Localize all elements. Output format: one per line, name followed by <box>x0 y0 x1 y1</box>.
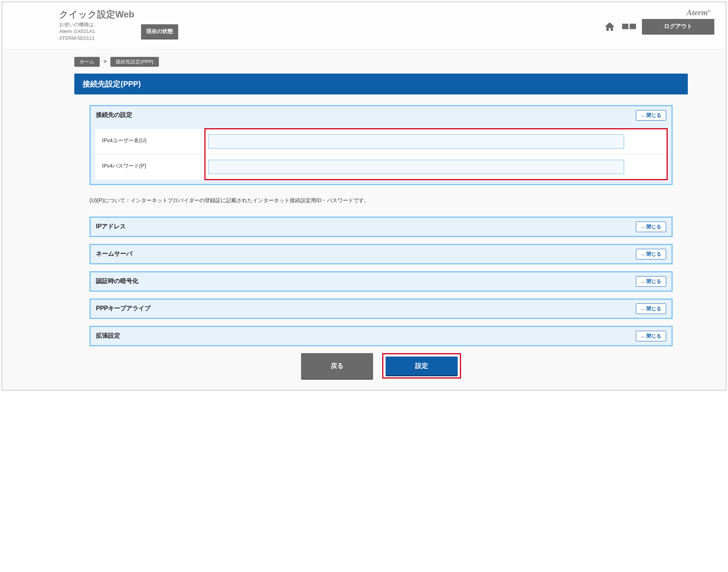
chevron-up-icon: 〈 <box>640 225 646 229</box>
app-title: クイック設定Web <box>59 8 134 20</box>
back-button[interactable]: 戻る <box>301 353 373 379</box>
home-icon[interactable] <box>603 21 616 32</box>
panel-auth-title: 認証時の暗号化 <box>96 277 138 285</box>
chevron-up-icon: 〈 <box>640 279 646 283</box>
panel-keepalive-title: PPPキープアライブ <box>96 305 151 313</box>
brand-logo: Aterm® <box>686 8 711 17</box>
panel-keepalive: PPPキープアライブ 〈閉じる <box>89 299 673 319</box>
chevron-up-icon: 〈 <box>640 334 646 338</box>
panel-nameserver-title: ネームサーバ <box>96 250 132 258</box>
panel-extended-title: 拡張設定 <box>96 332 120 340</box>
highlight-submit: 設定 <box>382 353 461 379</box>
panel-connection-title: 接続先の設定 <box>96 111 132 119</box>
panel-connection: 接続先の設定 〈 閉じる IPv4ユーザー名(U) IPv4パスワード(P) <box>89 105 673 185</box>
panel-nameserver: ネームサーバ 〈閉じる <box>89 244 673 264</box>
panel-ip: IPアドレス 〈閉じる <box>89 217 673 237</box>
chevron-up-icon: 〈 <box>640 113 646 117</box>
credentials-note: (U)(P)について：インターネットプロバイダーの登録証に記載されたインターネッ… <box>89 196 673 205</box>
panel-ip-toggle[interactable]: 〈閉じる <box>636 222 666 232</box>
header: クイック設定Web お使いの機種は Aterm GX621A1 ATERM-5E… <box>2 2 726 49</box>
logout-button[interactable]: ログアウト <box>642 19 714 34</box>
breadcrumb-separator: > <box>104 58 107 64</box>
breadcrumb-current: 接続先設定(PPP) <box>110 57 159 67</box>
chevron-up-icon: 〈 <box>640 252 646 256</box>
breadcrumb: ホーム > 接続先設定(PPP) <box>74 57 688 67</box>
panel-nameserver-toggle[interactable]: 〈閉じる <box>636 249 666 259</box>
device-model: Aterm GX621A1 <box>59 28 134 35</box>
ipv4-user-label: IPv4ユーザー名(U) <box>95 129 201 154</box>
panel-extended: 拡張設定 〈閉じる <box>89 326 673 346</box>
device-caption: お使いの機種は <box>59 21 134 28</box>
ipv4-pass-label: IPv4パスワード(P) <box>95 154 201 179</box>
panel-auth-toggle[interactable]: 〈閉じる <box>636 276 666 287</box>
panel-extended-toggle[interactable]: 〈閉じる <box>636 331 666 341</box>
ipv4-pass-input[interactable] <box>208 160 624 174</box>
chevron-up-icon: 〈 <box>640 306 646 311</box>
submit-button[interactable]: 設定 <box>386 357 458 375</box>
ipv4-user-input[interactable] <box>208 134 624 149</box>
panel-connection-toggle[interactable]: 〈 閉じる <box>636 110 666 121</box>
device-id: ATERM-5E0111 <box>59 35 134 42</box>
page-title: 接続先設定(PPP) <box>74 74 688 94</box>
manual-icon[interactable] <box>621 21 637 32</box>
panel-ip-title: IPアドレス <box>96 223 126 231</box>
status-button[interactable]: 現在の状態 <box>141 24 178 39</box>
panel-keepalive-toggle[interactable]: 〈閉じる <box>636 303 666 314</box>
breadcrumb-home[interactable]: ホーム <box>74 57 100 67</box>
panel-auth: 認証時の暗号化 〈閉じる <box>89 271 673 292</box>
